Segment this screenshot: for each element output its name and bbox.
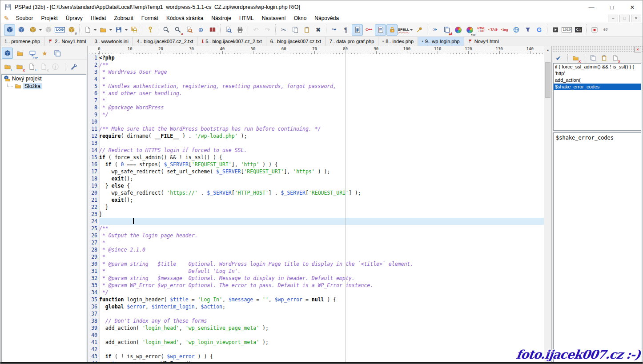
file-tab-2[interactable]: 2.. Novy1.html bbox=[44, 37, 90, 46]
save-all-icon[interactable] bbox=[129, 24, 140, 36]
macro-record-icon[interactable] bbox=[589, 24, 600, 36]
scrollbar-thumb[interactable] bbox=[545, 62, 551, 98]
code-line[interactable]: 32 * @param string $message Optional. Me… bbox=[88, 275, 544, 282]
project-settings-icon[interactable]: # bbox=[66, 24, 77, 36]
goto-line-icon[interactable]: ⊕ bbox=[195, 24, 206, 36]
html-validator-funnel-icon[interactable] bbox=[522, 24, 533, 36]
code-line[interactable]: 18 exit(); bbox=[88, 175, 544, 182]
code-line[interactable]: 23} bbox=[88, 211, 544, 218]
file-tab-10[interactable]: Novy4.html bbox=[464, 37, 503, 46]
search-icon[interactable] bbox=[161, 24, 172, 36]
mdi-restore-button[interactable]: □ bbox=[619, 15, 630, 22]
info-icon[interactable]: ⓘ bbox=[50, 61, 61, 72]
save-project-as-icon[interactable] bbox=[43, 24, 54, 36]
menu-item-zobrazit[interactable]: Zobrazit bbox=[110, 14, 137, 22]
menu-item--pravy[interactable]: Úpravy bbox=[62, 14, 87, 22]
console-icon[interactable]: C:\ bbox=[573, 24, 584, 36]
new-file-icon-dropdown[interactable] bbox=[93, 25, 97, 35]
spell-check-icon[interactable]: SPELL bbox=[398, 24, 409, 36]
spell-check-icon-dropdown[interactable] bbox=[409, 25, 413, 35]
code-line[interactable]: 36 global $error, $interim_login, $actio… bbox=[88, 303, 544, 310]
project-tools-wrench-icon[interactable] bbox=[68, 61, 79, 72]
stay-on-top-pin-icon[interactable] bbox=[414, 24, 425, 36]
code-line[interactable]: 9 */ bbox=[88, 111, 544, 118]
tree-item-slo-ka[interactable]: Složka bbox=[2, 82, 86, 90]
minimize-button[interactable]: — bbox=[581, 0, 602, 14]
readonly-lock-icon[interactable] bbox=[386, 24, 398, 36]
tree-item-nov-projekt[interactable]: Nový projekt bbox=[2, 75, 86, 82]
print-preview-icon[interactable] bbox=[223, 24, 234, 36]
menu-item-n-pov-da[interactable]: Nápověda bbox=[310, 14, 343, 22]
panel-tab-files[interactable] bbox=[14, 48, 25, 59]
code-line[interactable]: 34 */ bbox=[88, 289, 544, 296]
hex-editor-key-icon[interactable] bbox=[145, 24, 156, 36]
code-line[interactable]: 21 exit(); bbox=[88, 196, 544, 204]
clipboard-detail[interactable]: $shake_error_codes bbox=[553, 132, 641, 364]
close-button[interactable]: ✕ bbox=[622, 0, 643, 14]
save-project-icon-dropdown[interactable] bbox=[38, 25, 42, 35]
paste-icon[interactable] bbox=[301, 24, 312, 36]
code-line[interactable]: 43 if ( ! is_wp_error( $wp_error ) ) { bbox=[88, 353, 544, 360]
code-line[interactable]: 2/** bbox=[88, 61, 544, 68]
menu-item-form-t[interactable]: Formát bbox=[137, 14, 162, 22]
file-tab-8[interactable]: ▪8.. index.php bbox=[378, 37, 418, 46]
code-line[interactable]: 27 * bbox=[88, 239, 544, 246]
file-tab-3[interactable]: 3.. wwwtools.ini bbox=[90, 37, 132, 46]
code-line[interactable]: 41 add_action( 'login_head', 'wp_login_v… bbox=[88, 339, 544, 346]
glasses-icon[interactable]: 60’ bbox=[600, 24, 611, 36]
line-numbers-icon[interactable] bbox=[352, 24, 363, 36]
print-icon[interactable] bbox=[234, 24, 245, 36]
code-line[interactable]: 10 bbox=[88, 118, 544, 125]
new-project-icon[interactable] bbox=[4, 24, 15, 36]
reformat-icon[interactable]: ≡↵ bbox=[329, 24, 340, 36]
file-tab-1[interactable]: 1.. promene.php bbox=[0, 37, 44, 46]
menu-item-soubor[interactable]: Soubor bbox=[12, 14, 37, 22]
tag-lowercase-icon[interactable]: <tag bbox=[499, 24, 510, 36]
panel-tab-project[interactable] bbox=[2, 48, 13, 59]
save-file-icon[interactable] bbox=[113, 24, 124, 36]
search-in-files-icon[interactable] bbox=[184, 24, 195, 36]
code-line[interactable]: 37 bbox=[88, 310, 544, 317]
google-search-icon[interactable]: G bbox=[534, 24, 545, 36]
redo-icon[interactable]: ↷ bbox=[262, 24, 273, 36]
code-line[interactable]: 40 bbox=[88, 332, 544, 339]
code-line[interactable]: 13 bbox=[88, 140, 544, 147]
code-line[interactable]: 24 bbox=[88, 218, 544, 225]
tag-uppercase-icon[interactable]: <TAG bbox=[487, 24, 498, 36]
close-file-icon[interactable]: ✖ bbox=[313, 24, 324, 36]
run-script-icon[interactable] bbox=[550, 24, 561, 36]
show-formatting-pilcrow-icon[interactable]: ¶ bbox=[340, 24, 351, 36]
code-line[interactable]: 26 * Output the login page header. bbox=[88, 232, 544, 239]
file-tab-6[interactable]: 6.. blog.ijacek007.cz.txt bbox=[266, 37, 325, 46]
code-line[interactable]: 14// Redirect to HTTPS login if forced t… bbox=[88, 147, 544, 154]
panel-tab-ftp[interactable]: FTP bbox=[27, 48, 38, 59]
clipboard-item-4[interactable]: $shake_error_codes bbox=[554, 84, 641, 90]
open-project-icon[interactable]: ▫ bbox=[16, 24, 27, 36]
clipboard-list[interactable]: if ( force_ssl_admin() && ! is_ssl() ) {… bbox=[553, 63, 641, 131]
cut-icon[interactable]: ✂ bbox=[278, 24, 289, 36]
text-diff-icon[interactable]: ⇄ bbox=[441, 24, 452, 36]
code-line[interactable]: 42 bbox=[88, 346, 544, 353]
copy-icon[interactable] bbox=[289, 24, 301, 36]
add-file-icon[interactable]: + bbox=[26, 61, 37, 72]
code-line[interactable]: 15if ( force_ssl_admin() && ! is_ssl() )… bbox=[88, 154, 544, 161]
code-line[interactable]: 39 add_action( 'login_head', 'wp_sensiti… bbox=[88, 324, 544, 332]
mdi-close-button[interactable]: ✕ bbox=[631, 15, 641, 22]
clipboard-item-3[interactable]: add_action( bbox=[554, 77, 641, 84]
remove-folder-icon[interactable]: x bbox=[14, 61, 25, 72]
code-line[interactable]: 1<?php bbox=[88, 54, 544, 61]
code-line[interactable]: 8 * @package WordPress bbox=[88, 104, 544, 111]
syntax-highlighting-icon[interactable]: C++ bbox=[363, 24, 374, 36]
code-line[interactable]: 4 * bbox=[88, 76, 544, 83]
number-converter-icon[interactable]: #10 bbox=[464, 24, 475, 36]
menu-item-okno[interactable]: Okno bbox=[290, 14, 311, 22]
code-line[interactable]: 22 } bbox=[88, 204, 544, 211]
code-line[interactable]: 3 * WordPress User Page bbox=[88, 68, 544, 76]
code-line[interactable]: 16 if ( 0 === strpos( $_SERVER['REQUEST_… bbox=[88, 161, 544, 168]
editor-scrollbar[interactable]: ▲ ▼ bbox=[544, 46, 551, 364]
code-line[interactable]: 19 } else { bbox=[88, 182, 544, 189]
open-file-icon[interactable] bbox=[97, 24, 109, 36]
ascii-chart-icon[interactable]: 1010 bbox=[561, 24, 572, 36]
menu-item-k-dov-str-nka[interactable]: Kódová stránka bbox=[162, 14, 207, 22]
code-line[interactable]: 17 wp_safe_redirect( set_url_scheme( $_S… bbox=[88, 168, 544, 175]
